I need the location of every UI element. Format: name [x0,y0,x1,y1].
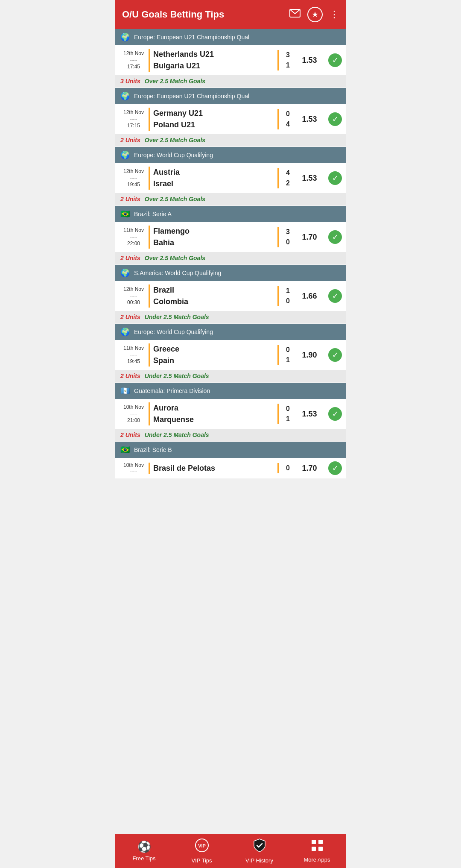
match-teams-1: Germany U21Poland U21 [149,108,277,131]
header: O/U Goals Betting Tips ★ ⋮ [115,0,346,29]
match-card-2: 🌍Europe: World Cup Qualifying12th Nov---… [115,147,346,205]
match-result-3: ✓ [324,230,346,244]
app-container: O/U Goals Betting Tips ★ ⋮ 🌍Europe: Euro… [115,0,346,514]
content-area: 🌍Europe: European U21 Championship Qual1… [115,29,346,514]
match-row-4: 12th Nov-----00:30BrazilColombia101.66✓ [115,281,346,311]
league-flag-4: 🌍 [120,268,130,278]
match-row-2: 12th Nov-----19:45AustriaIsrael421.53✓ [115,163,346,193]
league-header-1: 🌍Europe: European U21 Championship Qual [115,88,346,104]
match-score-1: 04 [277,109,295,129]
league-header-7: 🇧🇷Brazil: Serie B [115,442,346,458]
match-card-4: 🌍S.America: World Cup Qualifying12th Nov… [115,265,346,323]
tip-row-6: 2 UnitsUnder 2.5 Match Goals [115,429,346,441]
league-flag-5: 🌍 [120,327,130,337]
match-result-5: ✓ [324,348,346,362]
tip-text-5: Under 2.5 Match Goals [145,372,209,379]
league-flag-2: 🌍 [120,150,130,160]
match-row-5: 11th Nov-----19:45GreeceSpain011.90✓ [115,340,346,370]
check-icon: ✓ [328,348,342,362]
match-date-5: 11th Nov-----19:45 [119,345,149,365]
tip-units-1: 2 Units [120,137,140,144]
mail-icon[interactable] [289,9,301,20]
match-teams-5: GreeceSpain [149,343,277,367]
tip-row-2: 2 UnitsOver 2.5 Match Goals [115,193,346,205]
match-score-2: 42 [277,168,295,188]
match-date-7: 10th Nov----- [119,462,149,475]
match-result-0: ✓ [324,53,346,67]
check-icon: ✓ [328,407,342,421]
match-teams-2: AustriaIsrael [149,167,277,190]
tip-text-1: Over 2.5 Match Goals [145,137,205,144]
match-row-6: 10th Nov-----21:00AuroraMarquense011.53✓ [115,399,346,429]
check-icon: ✓ [328,112,342,126]
league-header-6: 🇬🇹Guatemala: Primera Division [115,383,346,399]
match-card-7: 🇧🇷Brazil: Serie B10th Nov-----Brasil de … [115,442,346,478]
league-name-2: Europe: World Cup Qualifying [134,152,213,158]
league-header-2: 🌍Europe: World Cup Qualifying [115,147,346,163]
match-teams-7: Brasil de Pelotas [149,463,277,474]
more-vert-icon[interactable]: ⋮ [330,9,339,20]
tip-text-3: Over 2.5 Match Goals [145,255,205,261]
match-score-7: 0 [277,463,295,473]
match-date-0: 12th Nov-----17:45 [119,50,149,70]
match-result-7: ✓ [324,461,346,475]
tip-units-6: 2 Units [120,431,140,438]
league-flag-3: 🇧🇷 [120,209,130,219]
match-date-6: 10th Nov-----21:00 [119,404,149,424]
tip-row-0: 3 UnitsOver 2.5 Match Goals [115,75,346,87]
tip-row-3: 2 UnitsOver 2.5 Match Goals [115,252,346,264]
match-card-6: 🇬🇹Guatemala: Primera Division10th Nov---… [115,383,346,441]
match-odds-0: 1.53 [295,56,324,65]
match-score-3: 30 [277,227,295,247]
tip-text-6: Under 2.5 Match Goals [145,431,209,438]
league-name-0: Europe: European U21 Championship Qual [134,34,249,41]
match-odds-4: 1.66 [295,292,324,301]
league-flag-6: 🇬🇹 [120,386,130,396]
check-icon: ✓ [328,171,342,185]
league-name-7: Brazil: Serie B [134,446,172,453]
match-row-0: 12th Nov-----17:45Netherlands U21Bulgari… [115,45,346,75]
tip-text-2: Over 2.5 Match Goals [145,196,205,202]
star-icon[interactable]: ★ [307,7,323,22]
match-row-3: 11th Nov-----22:00FlamengoBahia301.70✓ [115,222,346,252]
league-flag-7: 🇧🇷 [120,445,130,455]
header-icons: ★ ⋮ [289,7,339,22]
match-teams-0: Netherlands U21Bulgaria U21 [149,49,277,72]
match-card-0: 🌍Europe: European U21 Championship Qual1… [115,29,346,87]
match-date-4: 12th Nov-----00:30 [119,286,149,306]
tip-units-4: 2 Units [120,314,140,320]
match-result-2: ✓ [324,171,346,185]
tip-units-0: 3 Units [120,78,140,85]
league-header-5: 🌍Europe: World Cup Qualifying [115,324,346,340]
league-name-5: Europe: World Cup Qualifying [134,328,213,335]
tip-text-4: Under 2.5 Match Goals [145,314,209,320]
match-date-1: 12th Nov-----17:15 [119,109,149,129]
tip-units-3: 2 Units [120,255,140,261]
tip-units-5: 2 Units [120,372,140,379]
match-score-0: 31 [277,50,295,70]
league-header-4: 🌍S.America: World Cup Qualifying [115,265,346,281]
header-title: O/U Goals Betting Tips [122,9,224,20]
league-name-1: Europe: European U21 Championship Qual [134,93,249,100]
check-icon: ✓ [328,289,342,303]
check-icon: ✓ [328,230,342,244]
match-teams-6: AuroraMarquense [149,402,277,425]
match-result-6: ✓ [324,407,346,421]
league-name-3: Brazil: Serie A [134,211,172,217]
match-score-5: 01 [277,345,295,365]
tip-row-1: 2 UnitsOver 2.5 Match Goals [115,134,346,146]
match-odds-2: 1.53 [295,174,324,183]
league-header-3: 🇧🇷Brazil: Serie A [115,206,346,222]
tip-text-0: Over 2.5 Match Goals [145,78,205,85]
league-flag-1: 🌍 [120,91,130,101]
match-odds-3: 1.70 [295,233,324,242]
match-teams-4: BrazilColombia [149,284,277,308]
match-row-7: 10th Nov-----Brasil de Pelotas01.70✓ [115,458,346,478]
match-odds-5: 1.90 [295,351,324,360]
tip-row-5: 2 UnitsUnder 2.5 Match Goals [115,370,346,382]
match-score-6: 01 [277,404,295,424]
match-result-1: ✓ [324,112,346,126]
match-card-3: 🇧🇷Brazil: Serie A11th Nov-----22:00Flame… [115,206,346,264]
check-icon: ✓ [328,461,342,475]
tip-row-4: 2 UnitsUnder 2.5 Match Goals [115,311,346,323]
